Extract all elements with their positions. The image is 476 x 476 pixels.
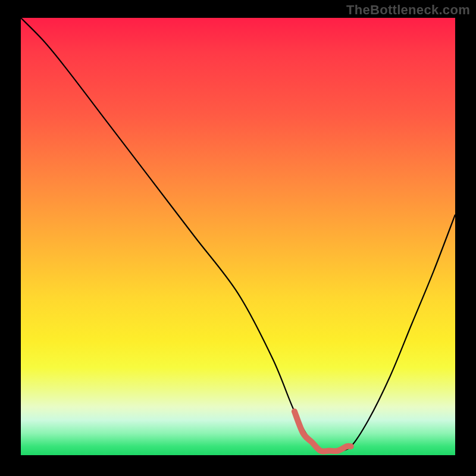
- watermark-text: TheBottleneck.com: [346, 2, 470, 18]
- main-curve: [21, 18, 455, 452]
- highlight-segment: [295, 412, 351, 452]
- chart-frame: TheBottleneck.com: [0, 0, 476, 476]
- plot-area: [21, 18, 455, 455]
- curve-svg: [21, 18, 455, 455]
